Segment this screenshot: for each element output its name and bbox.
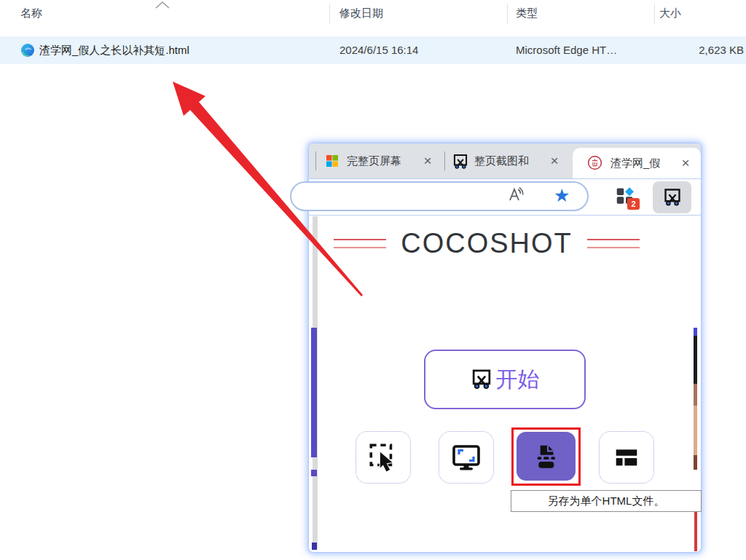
column-header-size[interactable]: 大小 [659, 7, 681, 20]
popup-title: COCOSHOT [401, 228, 573, 259]
decorative-double-line [587, 239, 640, 248]
read-aloud-icon[interactable] [507, 186, 526, 205]
favorite-star-icon[interactable] [554, 186, 570, 205]
cocoshot-scissors-icon [452, 153, 468, 170]
address-bar[interactable] [290, 181, 589, 211]
decorative-double-line [334, 239, 386, 248]
tab-divider [315, 151, 316, 170]
column-header-type[interactable]: 类型 [516, 7, 538, 20]
cocoshot-scissors-icon [663, 187, 682, 208]
column-divider[interactable] [507, 4, 508, 24]
browser-screenshot-panel: 完整页屏幕 整页截图和 渣学网_假 [309, 143, 701, 552]
column-divider[interactable] [329, 4, 330, 24]
full-page-capture-button[interactable] [599, 431, 654, 484]
cocoshot-scissors-icon [471, 368, 492, 391]
page-layout-icon [610, 441, 643, 473]
page-edge-right-strip [694, 406, 697, 455]
region-capture-button[interactable] [356, 431, 411, 484]
file-size: 2,623 KB [699, 44, 744, 56]
extensions-badge: 2 [627, 198, 640, 210]
cocoshot-extension-button[interactable] [653, 181, 691, 213]
page-edge-right-strip [694, 455, 697, 470]
page-edge-right-strip [694, 336, 697, 384]
tab-close-icon[interactable] [548, 153, 561, 169]
page-edge-right-strip [694, 384, 697, 406]
tab-zhaxuewang-active[interactable]: 渣学网_假 [573, 148, 701, 178]
tooltip: 另存为单个HTML文件。 [511, 490, 702, 512]
page-edge-right-strip [694, 328, 697, 336]
tab-close-icon[interactable] [421, 153, 434, 169]
column-header-name[interactable]: 名称 [20, 7, 42, 20]
sort-ascending-icon[interactable] [153, 0, 173, 9]
tab-label: 渣学网_假 [610, 156, 673, 170]
save-single-html-button[interactable] [517, 432, 576, 481]
tab-divider [444, 151, 445, 170]
page-edge-purple-mark [312, 543, 317, 550]
start-button-label: 开始 [496, 365, 540, 395]
column-divider[interactable] [654, 4, 655, 24]
edge-browser-icon [21, 44, 34, 57]
popup-header: COCOSHOT [319, 226, 654, 261]
page-edge-purple-bar [311, 328, 317, 457]
file-type: Microsoft Edge HT… [516, 44, 617, 56]
zhaxuewang-favicon [587, 155, 602, 170]
screenshot-root: 名称 修改日期 类型 大小 渣学网_假人之长以补其短.html 2024/6/1… [0, 0, 746, 560]
file-modified: 2024/6/15 16:14 [339, 44, 418, 56]
visible-screen-capture-button[interactable] [439, 431, 494, 484]
tab-strip: 完整页屏幕 整页截图和 渣学网_假 [309, 143, 701, 178]
start-capture-button[interactable]: 开始 [424, 350, 586, 409]
save-document-icon [532, 442, 561, 471]
file-row[interactable]: 渣学网_假人之长以补其短.html 2024/6/15 16:14 Micros… [0, 36, 746, 64]
page-edge-purple-mark [311, 470, 317, 476]
file-name: 渣学网_假人之长以补其短.html [39, 44, 189, 58]
tab-fullpage-screenshot[interactable]: 完整页屏幕 [347, 154, 418, 168]
page-edge-right-strip [694, 512, 697, 551]
column-header-modified[interactable]: 修改日期 [339, 7, 383, 20]
region-select-icon [366, 441, 400, 474]
monitor-icon [450, 441, 482, 473]
microsoft-logo-icon [326, 155, 338, 167]
tab-close-icon[interactable] [679, 155, 692, 171]
tab-page-capture[interactable]: 整页截图和 [474, 154, 541, 168]
